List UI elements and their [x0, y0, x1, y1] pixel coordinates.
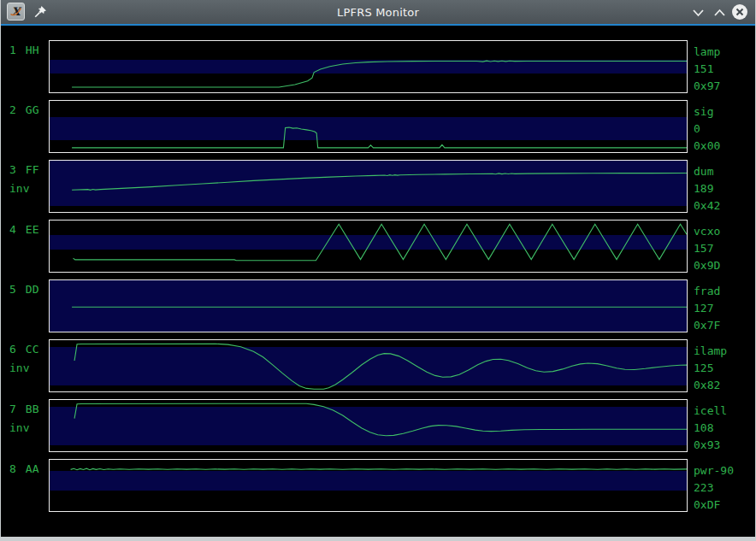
- channel-inv-flag: [1, 116, 49, 122]
- signal-value: 125: [694, 360, 755, 377]
- waveform-plot: [49, 399, 688, 452]
- channel-name: AA: [26, 462, 39, 475]
- chevron-down-icon: [692, 9, 705, 17]
- waveform-plot: [49, 160, 688, 213]
- channel-row-3: 3FF inv dum 189 0x42: [1, 160, 755, 220]
- waveform-trace: [72, 173, 687, 191]
- signal-value: 0: [694, 121, 755, 138]
- channel-row-5: 5DD frad 127 0x7F: [1, 279, 755, 339]
- channel-inv-flag: inv: [1, 176, 49, 195]
- channel-inv-flag: [1, 296, 49, 302]
- channel-row-4: 4EE vcxo 157 0x9D: [1, 220, 755, 279]
- waveform-trace: [72, 127, 687, 148]
- signal-label: vcxo: [694, 223, 755, 240]
- scope-panel: 1HH lamp 151 0x97 2GG sig: [1, 26, 755, 537]
- channel-inv-flag: [1, 475, 49, 481]
- pin-icon[interactable]: [32, 4, 48, 20]
- window-title: LPFRS Monitor: [1, 6, 755, 19]
- signal-value: 151: [694, 61, 755, 78]
- channel-inv-flag: [1, 236, 49, 242]
- channel-row-8: 8AA pwr-90 223 0xDF: [1, 459, 755, 519]
- waveform-plot: [49, 279, 688, 332]
- signal-label: dum: [694, 163, 755, 180]
- chevron-up-icon: [713, 9, 726, 17]
- channel-row-7: 7BB inv icell 108 0x93: [1, 399, 755, 459]
- svg-text:X: X: [11, 5, 21, 18]
- signal-value: 108: [694, 420, 755, 437]
- channel-row-2: 2GG sig 0 0x00: [1, 100, 755, 160]
- channel-name: CC: [26, 343, 39, 356]
- channel-number: 8: [9, 462, 16, 475]
- channel-name: BB: [26, 403, 39, 415]
- xterm-icon: X: [8, 3, 24, 20]
- channel-inv-flag: inv: [1, 415, 49, 434]
- channel-name: DD: [26, 283, 39, 296]
- signal-value: 223: [694, 479, 755, 497]
- waveform-plot: [49, 100, 688, 153]
- channel-name: FF: [26, 163, 39, 176]
- channel-number: 6: [9, 343, 16, 356]
- signal-label: pwr-90: [694, 462, 755, 479]
- channel-inv-flag: inv: [1, 356, 49, 374]
- channel-number: 7: [9, 403, 16, 415]
- channel-number: 4: [9, 223, 16, 236]
- app-menu-button[interactable]: X: [7, 3, 25, 21]
- waveform-plot: [49, 220, 688, 273]
- signal-value: 127: [694, 300, 755, 317]
- waveform-plot: [49, 40, 688, 93]
- close-icon: [731, 3, 748, 21]
- channel-name: HH: [26, 44, 39, 56]
- waveform-trace: [74, 224, 687, 261]
- waveform-trace: [74, 403, 687, 436]
- signal-label: icell: [694, 403, 755, 420]
- signal-label: lamp: [694, 44, 755, 61]
- signal-hex: 0x7F: [694, 317, 755, 334]
- signal-hex: 0xDF: [694, 497, 755, 514]
- waveform-trace: [72, 61, 687, 87]
- signal-hex: 0x00: [694, 138, 755, 155]
- maximize-button[interactable]: [712, 5, 727, 20]
- lpfrs-monitor-window: X LPFRS Monitor: [0, 0, 756, 541]
- signal-value: 189: [694, 180, 755, 197]
- signal-label: frad: [694, 283, 755, 300]
- channel-number: 3: [9, 163, 16, 176]
- signal-hex: 0x9D: [694, 257, 755, 274]
- channel-number: 5: [9, 283, 16, 296]
- channel-row-6: 6CC inv ilamp 125 0x82: [1, 339, 755, 399]
- titlebar[interactable]: X LPFRS Monitor: [1, 0, 755, 24]
- waveform-trace: [71, 468, 687, 470]
- close-button[interactable]: [731, 3, 748, 21]
- channel-row-1: 1HH lamp 151 0x97: [1, 40, 755, 100]
- waveform-plot: [49, 459, 688, 512]
- signal-label: sig: [694, 103, 755, 121]
- signal-hex: 0x93: [694, 437, 755, 454]
- channel-number: 1: [9, 44, 16, 56]
- minimize-button[interactable]: [691, 5, 706, 20]
- waveform-trace: [74, 344, 687, 389]
- channel-inv-flag: [1, 56, 49, 62]
- waveform-plot: [49, 339, 688, 392]
- channel-name: EE: [26, 223, 39, 236]
- channel-name: GG: [26, 103, 39, 116]
- signal-hex: 0x97: [694, 78, 755, 95]
- signal-label: ilamp: [694, 343, 755, 360]
- signal-value: 157: [694, 240, 755, 257]
- channel-number: 2: [9, 103, 16, 116]
- signal-hex: 0x42: [694, 197, 755, 215]
- signal-hex: 0x82: [694, 377, 755, 394]
